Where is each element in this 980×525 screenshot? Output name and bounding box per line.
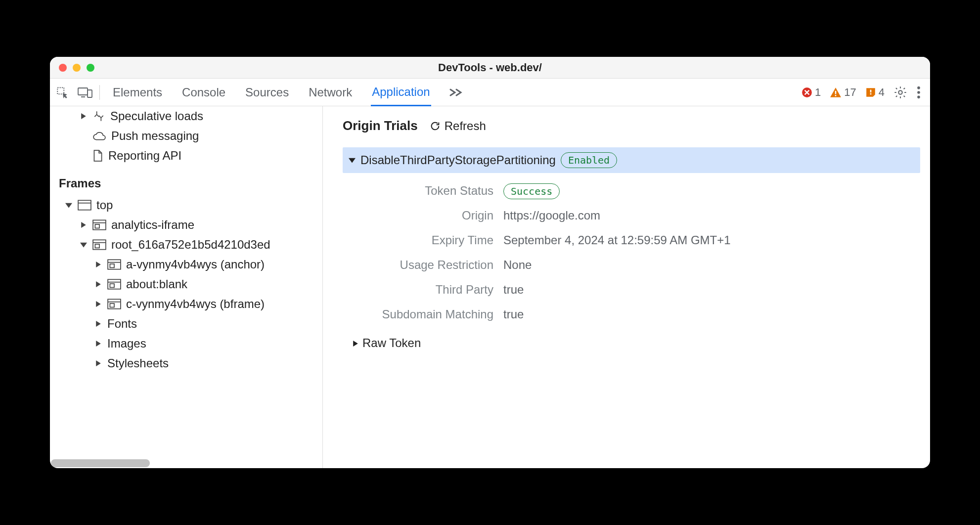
- frame-item[interactable]: root_616a752e1b5d4210d3ed: [50, 235, 322, 255]
- main-panel: Origin Trials Refresh DisableThirdPartyS…: [323, 106, 930, 468]
- svg-rect-22: [110, 304, 114, 307]
- sidebar-item-speculative loads[interactable]: Speculative loads: [50, 106, 322, 126]
- frame-item[interactable]: Images: [50, 334, 322, 353]
- frame-item-label: a-vynmy4vb4wys (anchor): [126, 258, 265, 271]
- svg-rect-14: [95, 224, 99, 228]
- frame-item[interactable]: about:blank: [50, 274, 322, 294]
- frame-item[interactable]: Fonts: [50, 314, 322, 334]
- more-tabs-button[interactable]: [449, 88, 463, 97]
- svg-point-10: [917, 91, 920, 94]
- trial-name: DisableThirdPartyStoragePartitioning: [360, 153, 556, 167]
- toolbar-right: 1 17 4: [802, 86, 926, 99]
- horizontal-scrollbar[interactable]: [51, 459, 150, 467]
- iframe-icon: [107, 259, 121, 270]
- frame-item-label: Images: [107, 337, 146, 350]
- detail-key: Origin: [343, 209, 493, 222]
- detail-row: Third Partytrue: [343, 283, 920, 297]
- frame-item-label: analytics-iframe: [111, 218, 194, 232]
- raw-token-toggle[interactable]: Raw Token: [353, 336, 920, 350]
- trial-status-pill: Enabled: [561, 152, 617, 168]
- svg-rect-12: [78, 200, 91, 210]
- frame-item[interactable]: c-vynmy4vb4wys (bframe): [50, 294, 322, 314]
- frame-item-label: Fonts: [107, 317, 137, 331]
- tab-application[interactable]: Application: [371, 79, 431, 106]
- svg-point-11: [917, 95, 920, 98]
- speculative-icon: [92, 110, 105, 123]
- detail-value: None: [503, 258, 532, 271]
- chevron-down-icon: [65, 202, 73, 209]
- detail-key: Usage Restriction: [343, 258, 493, 272]
- frame-item[interactable]: top: [50, 195, 322, 215]
- window-icon: [78, 199, 91, 211]
- refresh-button[interactable]: Refresh: [430, 119, 486, 133]
- errors-badge[interactable]: 1: [802, 86, 821, 99]
- errors-count: 1: [815, 86, 821, 99]
- chevron-right-icon: [94, 360, 102, 367]
- chevron-right-icon: [94, 301, 102, 307]
- chevron-down-icon: [80, 241, 88, 248]
- svg-rect-4: [835, 90, 837, 94]
- traffic-lights: [59, 64, 94, 72]
- detail-value: September 4, 2024 at 12:59:59 AM GMT+1: [503, 233, 731, 247]
- warning-icon: [830, 87, 842, 98]
- tab-sources[interactable]: Sources: [244, 80, 290, 105]
- error-icon: [802, 87, 812, 98]
- svg-rect-2: [88, 90, 92, 97]
- toolbar-separator: [99, 85, 100, 100]
- iframe-icon: [107, 278, 121, 290]
- dots-vertical-icon: [916, 86, 921, 99]
- svg-point-9: [917, 86, 920, 89]
- chevron-right-icon: [80, 221, 88, 228]
- frame-item-label: about:blank: [126, 277, 187, 291]
- more-options-button[interactable]: [916, 86, 921, 99]
- trial-details: Token StatusSuccessOriginhttps://google.…: [343, 184, 920, 321]
- close-window-button[interactable]: [59, 64, 67, 72]
- gear-icon: [893, 86, 907, 99]
- detail-row: Usage RestrictionNone: [343, 258, 920, 272]
- detail-key: Third Party: [343, 283, 493, 297]
- frames-section-header: Frames: [50, 166, 322, 195]
- detail-row: Expiry TimeSeptember 4, 2024 at 12:59:59…: [343, 233, 920, 247]
- tab-elements[interactable]: Elements: [112, 80, 163, 105]
- titlebar: DevTools - web.dev/: [50, 57, 930, 79]
- inspect-element-icon[interactable]: [56, 86, 69, 99]
- frame-item[interactable]: Stylesheets: [50, 353, 322, 373]
- frame-item-label: root_616a752e1b5d4210d3ed: [111, 238, 270, 252]
- issues-count: 4: [879, 86, 885, 99]
- detail-value-pill: Success: [503, 183, 560, 199]
- svg-rect-5: [835, 94, 837, 96]
- sidebar-item-label: Speculative loads: [110, 109, 203, 123]
- frame-item-label: top: [96, 198, 113, 212]
- iframe-icon: [92, 219, 106, 231]
- maximize-window-button[interactable]: [87, 64, 94, 72]
- main-header: Origin Trials Refresh: [343, 118, 920, 133]
- trial-header-row[interactable]: DisableThirdPartyStoragePartitioning Ena…: [343, 147, 920, 173]
- chevron-right-icon: [94, 261, 102, 268]
- cloud-icon: [92, 130, 106, 142]
- svg-rect-18: [110, 264, 114, 268]
- issue-icon: [865, 87, 876, 98]
- warnings-count: 17: [844, 86, 856, 99]
- detail-row: Token StatusSuccess: [343, 184, 920, 198]
- frame-item-label: c-vynmy4vb4wys (bframe): [126, 297, 265, 311]
- issues-badge[interactable]: 4: [865, 86, 885, 99]
- warnings-badge[interactable]: 17: [830, 86, 856, 99]
- frame-item[interactable]: analytics-iframe: [50, 215, 322, 235]
- iframe-icon: [107, 298, 121, 310]
- svg-rect-7: [870, 93, 871, 94]
- tab-network[interactable]: Network: [308, 80, 353, 105]
- tab-console[interactable]: Console: [181, 80, 226, 105]
- sidebar-item-reporting api[interactable]: Reporting API: [50, 146, 322, 166]
- detail-value: true: [503, 307, 524, 321]
- sidebar-item-label: Push messaging: [111, 129, 199, 143]
- detail-row: Originhttps://google.com: [343, 209, 920, 222]
- frame-item-label: Stylesheets: [107, 356, 169, 370]
- content-area: Speculative loadsPush messagingReporting…: [50, 106, 930, 468]
- settings-button[interactable]: [893, 86, 907, 99]
- sidebar[interactable]: Speculative loadsPush messagingReporting…: [50, 106, 323, 468]
- frame-item[interactable]: a-vynmy4vb4wys (anchor): [50, 255, 322, 274]
- minimize-window-button[interactable]: [73, 64, 81, 72]
- file-icon: [92, 149, 103, 162]
- sidebar-item-push messaging[interactable]: Push messaging: [50, 126, 322, 146]
- device-toggle-icon[interactable]: [78, 86, 92, 99]
